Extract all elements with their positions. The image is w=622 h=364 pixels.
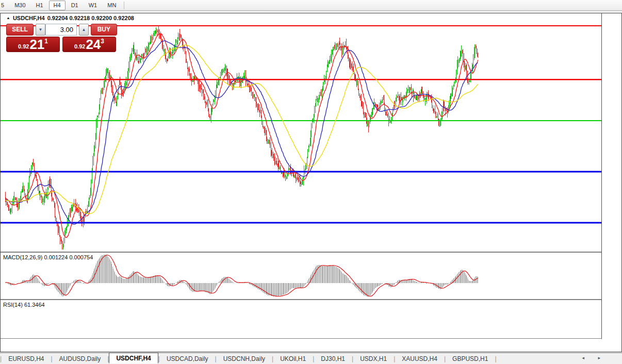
- timeframe-button-w1[interactable]: W1: [84, 1, 102, 10]
- chart-tab-usdcnh[interactable]: USDCNH,Daily: [217, 354, 272, 363]
- chart-tab-xauusd[interactable]: XAUUSD,H4: [395, 354, 444, 363]
- chart-ohlc-values: 0.92204 0.92218 0.92200 0.92208: [47, 15, 134, 21]
- volume-input[interactable]: 3.00: [45, 24, 77, 36]
- timeframe-button-d1[interactable]: D1: [67, 1, 83, 10]
- rsi-pane[interactable]: [1, 300, 601, 338]
- timeframe-button-mn[interactable]: MN: [103, 1, 121, 10]
- toolbar-separator: [124, 2, 124, 9]
- date-axis[interactable]: [1, 339, 601, 352]
- rsi-label: RSI(14) 61.3464: [3, 302, 45, 308]
- collapse-triangle-icon[interactable]: ▲: [6, 16, 10, 20]
- chart-tab-bar: | EURUSD,H4|AUDUSD,Daily|USDCHF,H4|USDCA…: [0, 353, 622, 364]
- ask-pip-digit: 3: [101, 38, 104, 45]
- bid-price-display[interactable]: 0.92 21 1: [6, 37, 60, 52]
- timeframe-toolbar: 5M30H1H4D1W1MN: [0, 0, 622, 11]
- chart-window: ▲ USDCHF,H4 0.92204 0.92218 0.92200 0.92…: [0, 13, 622, 352]
- chart-tab-dj30[interactable]: DJ30,H1: [314, 354, 352, 363]
- chart-tab-gbpusd[interactable]: GBPUSD,H1: [446, 354, 495, 363]
- chart-tab-usdx[interactable]: USDX,H1: [353, 354, 394, 363]
- timeframe-button-m30[interactable]: M30: [10, 1, 30, 10]
- timeframe-button-h1[interactable]: H1: [31, 1, 48, 10]
- price-axis[interactable]: [602, 13, 621, 352]
- ask-big-digits: 24: [86, 37, 101, 52]
- chart-tab-eurusd[interactable]: EURUSD,H4: [2, 354, 51, 363]
- chart-tab-usdcad[interactable]: USDCAD,Daily: [160, 354, 215, 363]
- sell-button[interactable]: SELL: [6, 24, 34, 36]
- chart-tab-ukoil[interactable]: UKOil,H1: [273, 354, 313, 363]
- buy-button[interactable]: BUY: [91, 24, 117, 36]
- bid-pip-digit: 1: [44, 38, 48, 45]
- timeframe-button-5[interactable]: 5: [0, 1, 9, 10]
- bid-big-digits: 21: [29, 37, 44, 52]
- tab-scroll-arrows[interactable]: ◂ ▸: [582, 355, 607, 360]
- timeframe-button-h4[interactable]: H4: [49, 1, 66, 10]
- bid-prefix: 0.92: [18, 43, 29, 49]
- chart-title: ▲ USDCHF,H4 0.92204 0.92218 0.92200 0.92…: [6, 15, 134, 21]
- chart-tab-usdchf[interactable]: USDCHF,H4: [109, 353, 158, 363]
- macd-label: MACD(12,26,9) 0.001224 0.000754: [3, 254, 93, 260]
- ask-price-display[interactable]: 0.92 24 3: [62, 37, 116, 52]
- volume-decrease-button[interactable]: ▼: [36, 24, 45, 36]
- volume-increase-button[interactable]: ▲: [79, 24, 89, 36]
- chart-tab-audusd[interactable]: AUDUSD,Daily: [53, 354, 108, 363]
- mt4-window: 5M30H1H4D1W1MN ▲ USDCHF,H4 0.92204 0.922…: [0, 0, 622, 364]
- ask-prefix: 0.92: [74, 43, 85, 49]
- one-click-trade-panel: SELL ▼ 3.00 ▲ BUY 0.92 21 1 0.92 24 3: [6, 24, 117, 52]
- tab-divider: |: [495, 355, 496, 362]
- chart-symbol-label: USDCHF,H4: [13, 15, 45, 21]
